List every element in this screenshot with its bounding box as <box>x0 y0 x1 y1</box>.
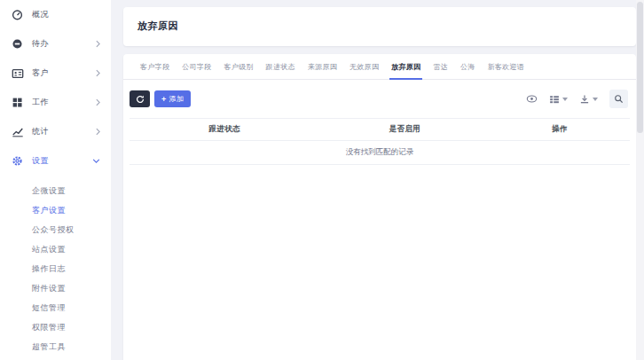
grid-icon <box>11 96 24 109</box>
submenu-item-site-settings[interactable]: 站点设置 <box>0 239 111 259</box>
sidebar-item-label: 工作 <box>32 97 49 108</box>
columns-icon <box>549 94 560 105</box>
chevron-down-icon <box>92 159 100 163</box>
submenu-item-superadmin-tools[interactable]: 超管工具 <box>0 337 111 356</box>
eye-toggle-button[interactable] <box>526 94 538 104</box>
tab-new-customer-welcome[interactable]: 新客欢迎语 <box>482 54 531 79</box>
tab-public-pool[interactable]: 公海 <box>454 54 482 79</box>
sidebar-item-label: 概况 <box>32 9 49 20</box>
toolbar-right-group <box>526 90 630 108</box>
column-header-actions: 操作 <box>490 119 630 141</box>
sidebar-item-label: 待办 <box>32 38 49 50</box>
column-header-enabled: 是否启用 <box>319 119 490 141</box>
sidebar-item-work[interactable]: 工作 <box>0 88 111 117</box>
search-icon <box>614 94 624 104</box>
submenu-item-wecom-settings[interactable]: 企微设置 <box>0 181 111 200</box>
submenu-item-permission-management[interactable]: 权限管理 <box>0 317 111 337</box>
sidebar-item-label: 客户 <box>32 67 49 79</box>
todo-icon <box>11 37 24 51</box>
eye-icon <box>526 94 538 104</box>
refresh-button[interactable] <box>130 90 150 107</box>
tab-invalid-reason[interactable]: 无效原因 <box>343 54 385 79</box>
tab-abandon-reason[interactable]: 放弃原因 <box>385 54 427 79</box>
sidebar-item-todo[interactable]: 待办 <box>0 29 111 59</box>
page-title: 放弃原因 <box>123 7 636 45</box>
refresh-icon <box>136 95 145 104</box>
sidebar-item-customers[interactable]: 客户 <box>0 59 111 88</box>
chevron-right-icon <box>96 40 100 48</box>
column-header-followup-status: 跟进状态 <box>130 119 319 141</box>
submenu-item-customer-settings[interactable]: 客户设置 <box>0 200 111 220</box>
content-card: 客户字段 公司字段 客户级别 跟进状态 来源原因 无效原因 放弃原因 雷达 公海… <box>123 54 636 360</box>
chevron-right-icon <box>96 69 100 77</box>
submenu-item-sms-management[interactable]: 短信管理 <box>0 298 111 317</box>
tab-source-reason[interactable]: 来源原因 <box>302 54 343 79</box>
search-button[interactable] <box>609 90 628 108</box>
tab-customer-fields[interactable]: 客户字段 <box>134 54 176 79</box>
gear-icon <box>11 154 24 168</box>
submenu-item-official-account-auth[interactable]: 公众号授权 <box>0 220 111 239</box>
tab-customer-level[interactable]: 客户级别 <box>217 54 259 79</box>
sidebar-item-overview[interactable]: 概况 <box>0 0 111 29</box>
chart-line-icon <box>11 125 24 138</box>
table-toolbar: + 添加 <box>123 80 636 118</box>
settings-submenu: 企微设置 客户设置 公众号授权 站点设置 操作日志 附件设置 短信管理 权限管理… <box>0 176 111 356</box>
sidebar-item-label: 统计 <box>32 126 49 137</box>
caret-down-icon <box>562 98 568 101</box>
columns-dropdown-button[interactable] <box>549 94 568 105</box>
chevron-right-icon <box>96 128 100 136</box>
sidebar-item-settings[interactable]: 设置 <box>0 146 111 176</box>
caret-down-icon <box>593 98 598 101</box>
table-header-row: 跟进状态 是否启用 操作 <box>130 119 630 141</box>
sidebar-item-stats[interactable]: 统计 <box>0 117 111 146</box>
empty-row: 没有找到匹配的记录 <box>130 141 630 165</box>
add-button-label: 添加 <box>169 94 185 104</box>
sidebar: 概况 待办 客户 工作 统计 <box>0 0 111 360</box>
chevron-right-icon <box>96 98 100 106</box>
empty-state-text: 没有找到匹配的记录 <box>130 141 630 165</box>
tab-company-fields[interactable]: 公司字段 <box>176 54 217 79</box>
plus-icon: + <box>161 95 167 104</box>
main-content: 放弃原因 客户字段 公司字段 客户级别 跟进状态 来源原因 无效原因 放弃原因 … <box>123 0 636 360</box>
tab-radar[interactable]: 雷达 <box>427 54 454 79</box>
submenu-item-operation-log[interactable]: 操作日志 <box>0 259 111 278</box>
data-table: 跟进状态 是否启用 操作 没有找到匹配的记录 <box>130 118 630 165</box>
sidebar-item-label: 设置 <box>32 155 49 167</box>
download-icon <box>579 94 590 105</box>
add-button[interactable]: + 添加 <box>154 90 191 107</box>
scrollbar-thumb[interactable] <box>637 2 643 133</box>
submenu-item-attachment-settings[interactable]: 附件设置 <box>0 278 111 298</box>
tab-bar: 客户字段 公司字段 客户级别 跟进状态 来源原因 无效原因 放弃原因 雷达 公海… <box>123 54 636 80</box>
id-card-icon <box>11 67 24 80</box>
page-header-card: 放弃原因 <box>123 7 636 46</box>
export-dropdown-button[interactable] <box>579 94 598 105</box>
tab-followup-status[interactable]: 跟进状态 <box>260 54 302 79</box>
gauge-icon <box>11 8 24 21</box>
page-scrollbar[interactable] <box>636 0 644 360</box>
